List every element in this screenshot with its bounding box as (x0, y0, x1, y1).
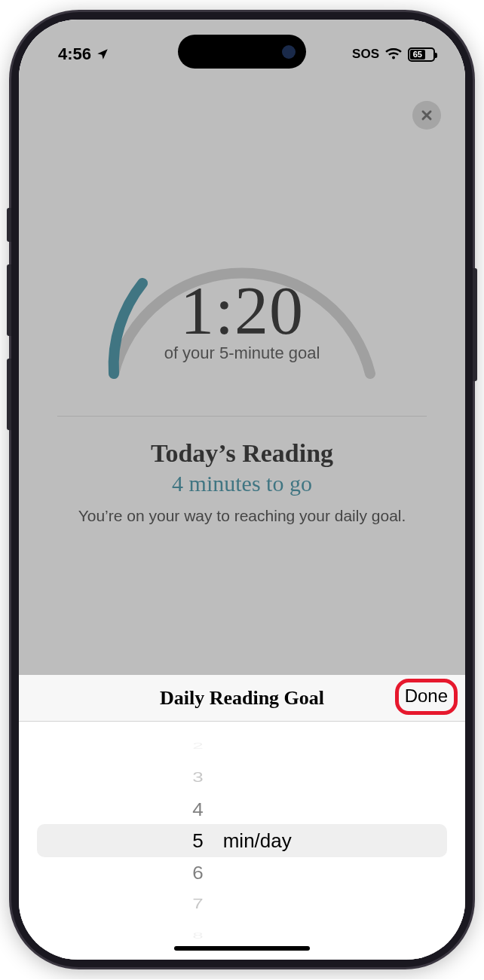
encouragement-text: You’re on your way to reaching your dail… (78, 507, 406, 525)
status-time: 4:56 (58, 44, 91, 64)
battery-icon: 65 (408, 47, 435, 62)
done-button[interactable]: Done (405, 685, 448, 707)
minutes-remaining: 4 minutes to go (172, 471, 312, 496)
battery-level: 65 (410, 50, 425, 60)
divider (57, 416, 427, 417)
dynamic-island (178, 35, 306, 69)
home-indicator[interactable] (174, 946, 310, 951)
close-icon (421, 109, 433, 121)
picker-option[interactable]: 3 (192, 766, 203, 788)
picker-option[interactable]: 6 (192, 857, 203, 887)
side-buttons-left (7, 208, 11, 453)
wifi-icon (385, 48, 402, 60)
picker-option-selected[interactable]: 5 (192, 825, 203, 856)
progress-gauge: 1:20 of your 5-minute goal (84, 208, 400, 389)
minutes-picker[interactable]: 2 3 4 5 6 7 8 min/day (19, 722, 465, 960)
today-heading: Today’s Reading (151, 439, 333, 468)
done-highlight-annotation: Done (395, 679, 458, 715)
picker-option[interactable]: 4 (192, 794, 203, 824)
goal-subtitle: of your 5-minute goal (84, 343, 400, 363)
status-time-group: 4:56 (58, 44, 109, 64)
location-arrow-icon (96, 47, 109, 61)
picker-number-wheel[interactable]: 2 3 4 5 6 7 8 (192, 730, 203, 951)
sheet-title: Daily Reading Goal (160, 687, 324, 710)
picker-option[interactable]: 8 (192, 930, 203, 942)
goal-picker-sheet: Daily Reading Goal Done 2 3 4 5 6 7 8 (19, 675, 465, 960)
elapsed-time: 1:20 (84, 272, 400, 350)
picker-option[interactable]: 7 (192, 893, 203, 914)
front-camera-icon (282, 45, 296, 59)
picker-option[interactable]: 2 (192, 740, 203, 753)
picker-unit-label: min/day (223, 829, 292, 853)
sheet-header: Daily Reading Goal Done (19, 675, 465, 722)
screen: 4:56 SOS 65 (19, 20, 465, 960)
phone-frame: 4:56 SOS 65 (11, 12, 473, 967)
reading-goal-panel: 1:20 of your 5-minute goal Today’s Readi… (19, 208, 465, 525)
close-button[interactable] (412, 101, 441, 130)
side-button-right (473, 268, 477, 404)
sos-indicator: SOS (352, 47, 379, 62)
status-right-group: SOS 65 (352, 47, 435, 62)
